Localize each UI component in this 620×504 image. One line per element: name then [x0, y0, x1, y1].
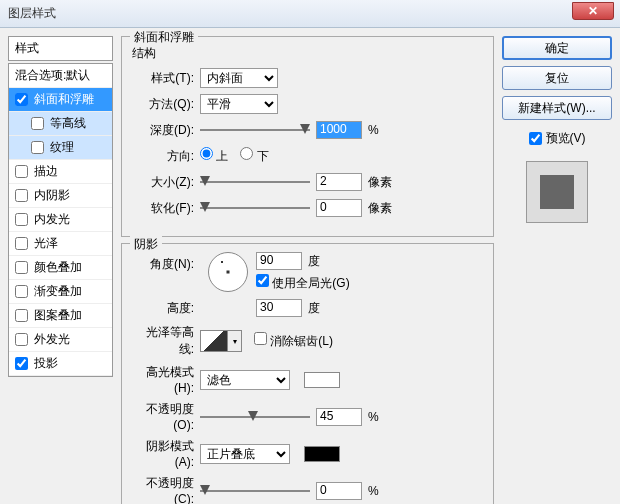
angle-label: 角度(N): [132, 252, 200, 273]
bevel-title: 斜面和浮雕 [130, 29, 198, 46]
shadow-color-swatch[interactable] [304, 446, 340, 462]
depth-slider[interactable] [200, 122, 310, 138]
angle-dial[interactable] [208, 252, 248, 292]
style-checkbox[interactable] [15, 261, 28, 274]
size-input[interactable]: 2 [316, 173, 362, 191]
style-item-7[interactable]: 颜色叠加 [9, 256, 112, 280]
cancel-button[interactable]: 复位 [502, 66, 612, 90]
soften-label: 软化(F): [132, 200, 200, 217]
style-item-9[interactable]: 图案叠加 [9, 304, 112, 328]
close-button[interactable]: ✕ [572, 2, 614, 20]
style-checkbox[interactable] [15, 189, 28, 202]
style-item-1[interactable]: 等高线 [9, 112, 112, 136]
style-label: 样式(T): [132, 70, 200, 87]
altitude-input[interactable]: 30 [256, 299, 302, 317]
styles-panel: 样式 混合选项:默认 斜面和浮雕等高线纹理描边内阴影内发光光泽颜色叠加渐变叠加图… [8, 36, 113, 496]
style-checkbox[interactable] [15, 93, 28, 106]
global-light-checkbox[interactable]: 使用全局光(G) [256, 276, 350, 290]
angle-input[interactable]: 90 [256, 252, 302, 270]
opacity1-label: 不透明度(O): [132, 401, 200, 432]
titlebar: 图层样式 ✕ [0, 0, 620, 28]
contour-label: 光泽等高线: [132, 324, 200, 358]
direction-up-radio[interactable]: 上 [200, 147, 228, 165]
opacity2-label: 不透明度(C): [132, 475, 200, 504]
contour-swatch[interactable] [200, 330, 228, 352]
ok-button[interactable]: 确定 [502, 36, 612, 60]
style-item-6[interactable]: 光泽 [9, 232, 112, 256]
bevel-fieldset: 斜面和浮雕 结构 样式(T): 内斜面 方法(Q): 平滑 深度(D): 100… [121, 36, 494, 237]
size-slider[interactable] [200, 174, 310, 190]
styles-list: 混合选项:默认 斜面和浮雕等高线纹理描边内阴影内发光光泽颜色叠加渐变叠加图案叠加… [8, 63, 113, 377]
depth-input[interactable]: 1000 [316, 121, 362, 139]
style-item-2[interactable]: 纹理 [9, 136, 112, 160]
style-checkbox[interactable] [15, 309, 28, 322]
preview-thumbnail [540, 175, 574, 209]
style-checkbox[interactable] [15, 285, 28, 298]
highlight-color-swatch[interactable] [304, 372, 340, 388]
close-icon: ✕ [588, 4, 598, 18]
direction-down-radio[interactable]: 下 [240, 147, 268, 165]
preview-box [526, 161, 588, 223]
shading-title: 阴影 [130, 236, 162, 253]
soften-slider[interactable] [200, 200, 310, 216]
shadow-mode-label: 阴影模式(A): [132, 438, 200, 469]
style-select[interactable]: 内斜面 [200, 68, 278, 88]
highlight-mode-select[interactable]: 滤色 [200, 370, 290, 390]
opacity1-slider[interactable] [200, 409, 310, 425]
opacity2-input[interactable]: 0 [316, 482, 362, 500]
depth-label: 深度(D): [132, 122, 200, 139]
soften-input[interactable]: 0 [316, 199, 362, 217]
style-checkbox[interactable] [31, 141, 44, 154]
preview-checkbox[interactable]: 预览(V) [502, 130, 612, 147]
style-item-0[interactable]: 斜面和浮雕 [9, 88, 112, 112]
technique-label: 方法(Q): [132, 96, 200, 113]
altitude-label: 高度: [132, 300, 200, 317]
style-item-5[interactable]: 内发光 [9, 208, 112, 232]
style-item-3[interactable]: 描边 [9, 160, 112, 184]
styles-header[interactable]: 样式 [8, 36, 113, 61]
shading-fieldset: 阴影 角度(N): 90 度 使用全局光(G) 高度: 30 度 [121, 243, 494, 504]
style-checkbox[interactable] [15, 213, 28, 226]
style-item-4[interactable]: 内阴影 [9, 184, 112, 208]
size-label: 大小(Z): [132, 174, 200, 191]
direction-label: 方向: [132, 148, 200, 165]
antialias-checkbox[interactable]: 消除锯齿(L) [254, 332, 333, 350]
contour-dropdown[interactable]: ▾ [228, 330, 242, 352]
style-item-10[interactable]: 外发光 [9, 328, 112, 352]
style-checkbox[interactable] [15, 357, 28, 370]
technique-select[interactable]: 平滑 [200, 94, 278, 114]
shadow-mode-select[interactable]: 正片叠底 [200, 444, 290, 464]
style-checkbox[interactable] [15, 165, 28, 178]
structure-title: 结构 [132, 45, 483, 62]
blend-options-item[interactable]: 混合选项:默认 [9, 64, 112, 88]
style-item-11[interactable]: 投影 [9, 352, 112, 376]
opacity1-input[interactable]: 45 [316, 408, 362, 426]
highlight-mode-label: 高光模式(H): [132, 364, 200, 395]
style-checkbox[interactable] [31, 117, 44, 130]
style-checkbox[interactable] [15, 333, 28, 346]
style-item-8[interactable]: 渐变叠加 [9, 280, 112, 304]
style-checkbox[interactable] [15, 237, 28, 250]
window-title: 图层样式 [8, 6, 56, 20]
opacity2-slider[interactable] [200, 483, 310, 499]
new-style-button[interactable]: 新建样式(W)... [502, 96, 612, 120]
